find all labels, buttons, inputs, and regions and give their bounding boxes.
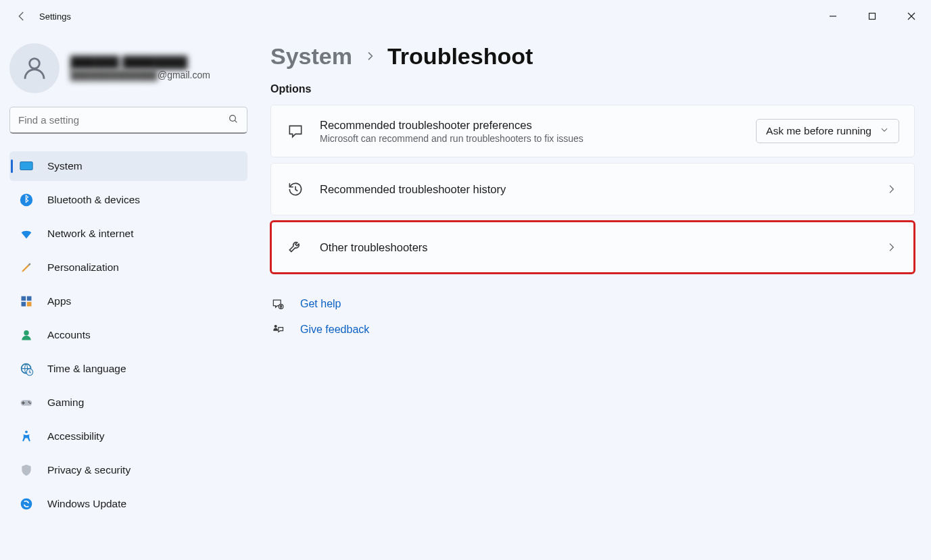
svg-line-6 (235, 120, 237, 122)
sidebar-item-windows-update[interactable]: Windows Update (9, 489, 247, 519)
sidebar-item-network[interactable]: Network & internet (9, 219, 247, 249)
card-title: Other troubleshooters (320, 241, 868, 254)
svg-rect-13 (27, 302, 32, 307)
sidebar-item-label: Personalization (47, 261, 119, 274)
profile-name: ██████ ████████ (70, 56, 210, 70)
profile-block[interactable]: ██████ ████████ █████████████@gmail.com (9, 41, 247, 107)
svg-rect-1 (869, 14, 876, 20)
globe-clock-icon (19, 361, 34, 376)
link-label: Give feedback (300, 324, 369, 336)
apps-icon (19, 294, 34, 309)
sidebar-item-personalization[interactable]: Personalization (9, 253, 247, 282)
sidebar-item-label: Privacy & security (47, 464, 130, 476)
svg-rect-7 (20, 162, 32, 170)
close-button[interactable] (892, 3, 931, 30)
shield-icon (19, 463, 34, 478)
avatar (9, 43, 59, 93)
get-help-link[interactable]: ? Get help (270, 297, 915, 311)
sidebar-item-label: Gaming (47, 397, 84, 409)
svg-rect-10 (22, 297, 26, 301)
sidebar-item-label: Apps (47, 295, 71, 307)
display-icon (19, 159, 34, 174)
breadcrumb-current: Troubleshoot (387, 43, 533, 70)
sidebar-item-label: Windows Update (47, 498, 126, 510)
sidebar-item-label: Accounts (47, 329, 91, 341)
svg-text:?: ? (280, 305, 282, 309)
accessibility-icon (19, 429, 34, 444)
search-icon (228, 113, 239, 127)
search-box[interactable] (9, 107, 247, 134)
wifi-icon (19, 226, 34, 241)
sync-icon (19, 497, 34, 511)
preferences-dropdown[interactable]: Ask me before running (756, 119, 899, 143)
svg-rect-12 (22, 302, 26, 307)
profile-email: █████████████@gmail.com (70, 70, 210, 80)
svg-point-21 (21, 499, 32, 510)
sidebar-item-accessibility[interactable]: Accessibility (9, 422, 247, 451)
sidebar-item-label: Time & language (47, 363, 126, 375)
svg-rect-11 (27, 297, 32, 301)
back-button[interactable] (9, 4, 34, 28)
wrench-icon (286, 238, 305, 257)
sidebar-item-system[interactable]: System (9, 151, 247, 181)
maximize-button[interactable] (853, 3, 892, 30)
gamepad-icon (19, 395, 34, 410)
breadcrumb: System Troubleshoot (270, 43, 915, 70)
card-recommended-history[interactable]: Recommended troubleshooter history (270, 163, 915, 215)
sidebar-item-bluetooth[interactable]: Bluetooth & devices (9, 185, 247, 215)
svg-point-19 (29, 403, 30, 404)
svg-point-24 (274, 325, 277, 328)
sidebar-item-label: Accessibility (47, 430, 104, 442)
give-feedback-link[interactable]: Give feedback (270, 322, 915, 337)
main-content: System Troubleshoot Options Recommended … (257, 32, 931, 560)
breadcrumb-parent[interactable]: System (270, 43, 352, 70)
card-title: Recommended troubleshooter history (320, 183, 868, 196)
dropdown-value: Ask me before running (766, 125, 872, 137)
chevron-right-icon (364, 48, 375, 66)
sidebar-item-apps[interactable]: Apps (9, 286, 247, 316)
sidebar-item-label: System (47, 160, 82, 172)
svg-point-14 (24, 330, 29, 336)
person-icon (19, 328, 34, 342)
chevron-right-icon (883, 239, 899, 255)
sidebar-item-label: Network & internet (47, 228, 134, 240)
svg-point-5 (230, 115, 236, 121)
link-label: Get help (300, 298, 341, 310)
card-recommended-preferences[interactable]: Recommended troubleshooter preferences M… (270, 105, 915, 157)
sidebar-item-privacy[interactable]: Privacy & security (9, 455, 247, 485)
chevron-right-icon (883, 181, 899, 197)
card-subtitle: Microsoft can recommend and run troubles… (320, 133, 741, 144)
card-title: Recommended troubleshooter preferences (320, 119, 741, 132)
history-icon (286, 180, 305, 199)
sidebar-item-time-language[interactable]: Time & language (9, 354, 247, 384)
svg-point-18 (28, 401, 30, 403)
chat-icon (286, 122, 305, 141)
section-label: Options (270, 83, 915, 95)
footer-links: ? Get help Give feedback (270, 297, 915, 337)
chevron-down-icon (880, 125, 889, 137)
minimize-button[interactable] (813, 3, 853, 30)
sidebar: ██████ ████████ █████████████@gmail.com … (0, 32, 257, 560)
card-other-troubleshooters[interactable]: Other troubleshooters (270, 221, 915, 274)
paintbrush-icon (19, 260, 34, 275)
help-icon: ? (270, 297, 285, 311)
sidebar-item-accounts[interactable]: Accounts (9, 320, 247, 350)
app-title: Settings (39, 11, 71, 22)
window-controls (813, 3, 931, 30)
feedback-icon (270, 322, 285, 337)
svg-point-4 (30, 59, 40, 69)
sidebar-item-label: Bluetooth & devices (47, 194, 140, 206)
titlebar: Settings (0, 0, 931, 32)
bluetooth-icon (19, 193, 34, 207)
profile-text: ██████ ████████ █████████████@gmail.com (70, 56, 210, 80)
search-input[interactable] (18, 114, 228, 126)
sidebar-item-gaming[interactable]: Gaming (9, 388, 247, 417)
svg-point-20 (25, 430, 28, 433)
